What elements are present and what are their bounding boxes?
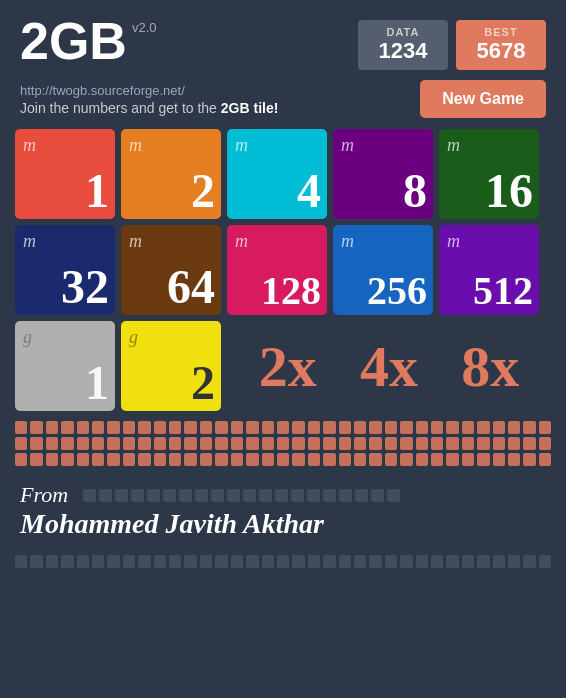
multiplier-8x: 8x — [461, 333, 519, 400]
tile-number: 256 — [367, 271, 427, 311]
tile-icon: m — [235, 135, 248, 156]
dot — [523, 437, 535, 450]
dot — [169, 555, 181, 568]
dot — [508, 453, 520, 466]
dot — [184, 437, 196, 450]
dot — [354, 421, 366, 434]
dot — [462, 437, 474, 450]
tile-256: m 256 — [333, 225, 433, 315]
dot — [211, 489, 224, 502]
dot — [246, 421, 258, 434]
tile-icon: m — [23, 231, 36, 252]
tagline-pre: Join the numbers and get to the — [20, 100, 221, 116]
dot — [246, 437, 258, 450]
dot — [215, 421, 227, 434]
dot — [184, 555, 196, 568]
dot — [99, 489, 112, 502]
tile-row-1: m 1 m 2 m 4 m 8 m 16 — [15, 129, 551, 219]
dot — [215, 437, 227, 450]
dot — [291, 489, 304, 502]
dot — [138, 555, 150, 568]
dot — [92, 555, 104, 568]
dot — [416, 421, 428, 434]
scores-area: DATA 1234 BEST 5678 — [358, 20, 546, 70]
dot — [354, 555, 366, 568]
dot — [539, 421, 551, 434]
dot — [339, 489, 352, 502]
dot — [339, 555, 351, 568]
dot — [61, 421, 73, 434]
dot — [231, 555, 243, 568]
dot — [493, 555, 505, 568]
dot — [416, 555, 428, 568]
dot — [446, 421, 458, 434]
tile-icon: g — [23, 327, 32, 348]
dot — [431, 453, 443, 466]
dot — [163, 489, 176, 502]
tagline-highlight: 2GB tile! — [221, 100, 279, 116]
dot — [275, 489, 288, 502]
logo-text: 2GB — [20, 15, 127, 67]
dot — [138, 421, 150, 434]
dot — [92, 453, 104, 466]
dots-row-1 — [15, 421, 551, 434]
dot — [446, 437, 458, 450]
tile-icon: m — [129, 231, 142, 252]
dot — [200, 555, 212, 568]
new-game-button[interactable]: New Game — [420, 80, 546, 118]
tile-icon: m — [447, 231, 460, 252]
dot — [477, 421, 489, 434]
dots-bottom-row — [15, 555, 551, 568]
dot — [400, 453, 412, 466]
subtitle-left: http://twogb.sourceforge.net/ Join the n… — [20, 83, 278, 116]
dot — [231, 453, 243, 466]
dot — [15, 421, 27, 434]
tile-1: m 1 — [15, 129, 115, 219]
dot — [184, 421, 196, 434]
dot — [200, 453, 212, 466]
tile-icon: m — [23, 135, 36, 156]
dot — [46, 453, 58, 466]
dot — [262, 437, 274, 450]
dot — [292, 555, 304, 568]
author-row: Mohammed Javith Akthar — [20, 508, 546, 540]
tile-number: 1 — [85, 167, 109, 215]
tile-4: m 4 — [227, 129, 327, 219]
dot — [15, 453, 27, 466]
tile-2: m 2 — [121, 129, 221, 219]
dot — [15, 437, 27, 450]
best-score-value: 5678 — [474, 38, 528, 64]
dot — [92, 437, 104, 450]
dot — [123, 453, 135, 466]
dot — [339, 453, 351, 466]
dot — [308, 437, 320, 450]
dot — [446, 453, 458, 466]
dot — [400, 437, 412, 450]
dot — [107, 437, 119, 450]
dot — [539, 453, 551, 466]
dot — [477, 437, 489, 450]
dot — [200, 421, 212, 434]
dot — [462, 453, 474, 466]
dot — [123, 437, 135, 450]
dot — [215, 453, 227, 466]
dot — [523, 421, 535, 434]
dot — [61, 555, 73, 568]
dot — [355, 489, 368, 502]
tile-icon: m — [129, 135, 142, 156]
dot — [462, 555, 474, 568]
dot — [115, 489, 128, 502]
tile-icon: m — [235, 231, 248, 252]
tile-icon: g — [129, 327, 138, 348]
tile-number: 32 — [61, 263, 109, 311]
author-text: Mohammed Javith Akthar — [20, 508, 324, 540]
multiplier-area: 2x 4x 8x — [227, 333, 551, 400]
dot — [339, 437, 351, 450]
dot — [523, 453, 535, 466]
best-score-label: BEST — [474, 26, 528, 38]
url-text: http://twogb.sourceforge.net/ — [20, 83, 278, 98]
dot — [371, 489, 384, 502]
dot — [77, 555, 89, 568]
multiplier-4x: 4x — [360, 333, 418, 400]
dot — [259, 489, 272, 502]
